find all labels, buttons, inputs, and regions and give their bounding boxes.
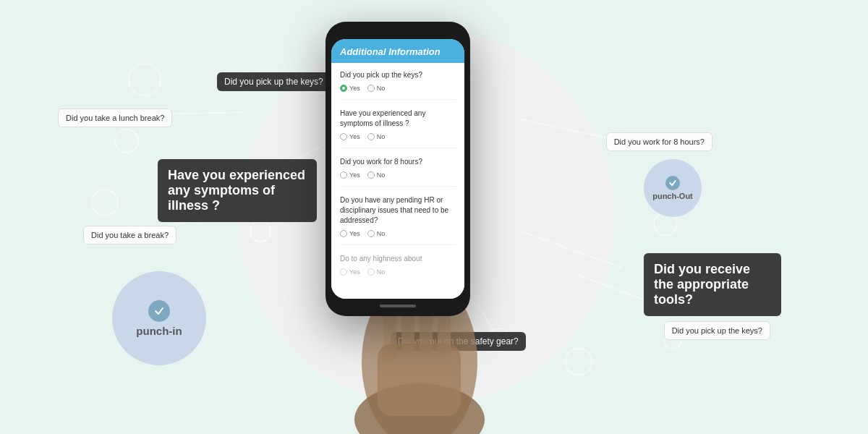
phone-content: Did you pick up the keys? Yes No	[331, 63, 464, 299]
question-5-options: Yes No	[340, 268, 456, 276]
q2-no-radio[interactable]	[367, 133, 375, 140]
q5-no-radio[interactable]	[367, 268, 375, 276]
question-2-text: Have you experienced any symptoms of ill…	[340, 109, 456, 129]
q3-yes-radio[interactable]	[340, 171, 347, 179]
punch-in-icon	[148, 300, 170, 322]
q2-yes-radio[interactable]	[340, 133, 347, 140]
phone-mockup: Additional Information Did you pick up t…	[326, 22, 470, 316]
q5-yes-option[interactable]: Yes	[340, 268, 360, 276]
tooltip-symptoms: Have you experienced any symptoms of ill…	[158, 159, 317, 222]
q4-no-option[interactable]: No	[367, 230, 386, 237]
question-4: Do you have any pending HR or disciplina…	[340, 195, 456, 245]
question-3: Did you work for 8 hours? Yes No	[340, 157, 456, 187]
q2-yes-label: Yes	[349, 133, 360, 140]
q1-no-radio[interactable]	[367, 85, 375, 92]
punch-out-circle: punch-Out	[644, 159, 702, 217]
tooltip-keys-top: Did you pick up the keys?	[217, 72, 331, 91]
q1-yes-radio[interactable]	[340, 85, 347, 92]
phone-header-title: Additional Information	[340, 46, 456, 57]
q3-yes-label: Yes	[349, 171, 360, 179]
q5-no-option[interactable]: No	[367, 268, 386, 276]
tooltip-break: Did you take a break?	[83, 226, 176, 244]
question-5-text: Do to any highness about	[340, 254, 456, 264]
q5-no-label: No	[377, 268, 386, 276]
q4-yes-label: Yes	[349, 230, 360, 237]
q3-no-label: No	[377, 171, 386, 179]
q1-yes-label: Yes	[349, 85, 360, 92]
q2-no-option[interactable]: No	[367, 133, 386, 140]
q3-yes-option[interactable]: Yes	[340, 171, 360, 179]
q4-yes-radio[interactable]	[340, 230, 347, 237]
q2-no-label: No	[377, 133, 386, 140]
tooltip-keys-bottom: Did you pick up the keys?	[664, 321, 770, 340]
checkmark-small-icon	[668, 179, 677, 187]
tooltip-tools: Did you receive the appropriate tools?	[644, 253, 781, 316]
question-3-options: Yes No	[340, 171, 456, 179]
question-1-options: Yes No	[340, 85, 456, 92]
tooltip-safety: Did you put on the safety gear?	[391, 332, 526, 351]
phone-screen: Additional Information Did you pick up t…	[331, 39, 464, 299]
question-2-options: Yes No	[340, 133, 456, 140]
q1-no-option[interactable]: No	[367, 85, 386, 92]
question-1-text: Did you pick up the keys?	[340, 70, 456, 80]
punch-in-label: punch-in	[136, 325, 182, 337]
q5-yes-label: Yes	[349, 268, 360, 276]
q5-yes-radio[interactable]	[340, 268, 347, 276]
q1-no-label: No	[377, 85, 386, 92]
q4-no-label: No	[377, 230, 386, 237]
question-1: Did you pick up the keys? Yes No	[340, 70, 456, 100]
phone-body: Additional Information Did you pick up t…	[326, 22, 470, 316]
q1-yes-option[interactable]: Yes	[340, 85, 360, 92]
question-2: Have you experienced any symptoms of ill…	[340, 109, 456, 148]
checkmark-icon	[153, 305, 165, 317]
question-4-options: Yes No	[340, 230, 456, 237]
q4-no-radio[interactable]	[367, 230, 375, 237]
phone-header: Additional Information	[331, 39, 464, 63]
tooltip-work-hours: Did you work for 8 hours?	[606, 132, 712, 151]
q3-no-radio[interactable]	[367, 171, 375, 179]
question-3-text: Did you work for 8 hours?	[340, 157, 456, 167]
question-4-text: Do you have any pending HR or disciplina…	[340, 195, 456, 226]
q4-yes-option[interactable]: Yes	[340, 230, 360, 237]
punch-in-circle: punch-in	[112, 271, 206, 365]
tooltip-lunch-break: Did you take a lunch break?	[58, 109, 172, 127]
q3-no-option[interactable]: No	[367, 171, 386, 179]
q2-yes-option[interactable]: Yes	[340, 133, 360, 140]
punch-out-icon	[665, 176, 680, 190]
punch-out-label: punch-Out	[652, 192, 693, 200]
question-5: Do to any highness about Yes No	[340, 254, 456, 283]
